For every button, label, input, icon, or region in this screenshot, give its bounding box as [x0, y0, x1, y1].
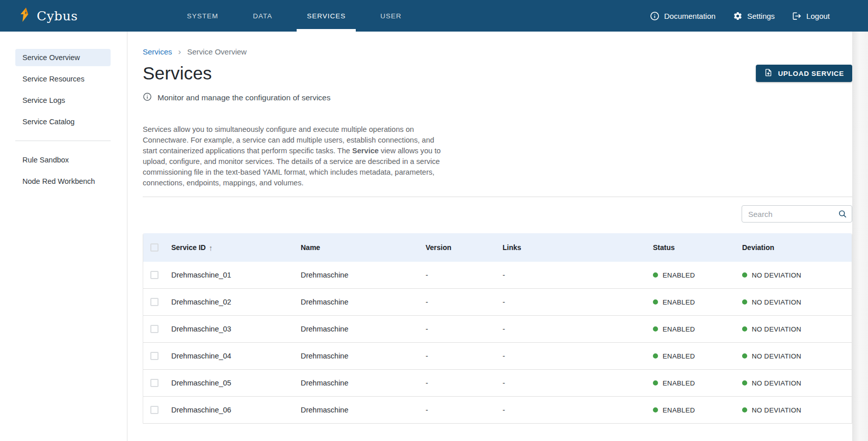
- cell-version: -: [418, 298, 495, 306]
- upload-service-label: UPLOAD SERVICE: [778, 70, 844, 77]
- search-box: [742, 205, 852, 223]
- table-row[interactable]: Drehmaschine_04 Drehmaschine - - ENABLED…: [143, 343, 852, 370]
- deviation-dot-icon: [742, 299, 747, 305]
- cell-status: ENABLED: [645, 379, 734, 387]
- cell-links: -: [495, 271, 645, 279]
- deviation-dot-icon: [742, 380, 747, 385]
- column-header-name[interactable]: Name: [293, 243, 418, 252]
- cell-service-id: Drehmaschine_01: [164, 271, 293, 279]
- cybus-brand[interactable]: Cybus: [19, 8, 78, 24]
- cell-links: -: [495, 352, 645, 360]
- cell-name: Drehmaschine: [293, 352, 418, 360]
- scroll-gutter: [852, 32, 868, 441]
- breadcrumb: Services › Service Overview: [143, 32, 852, 56]
- sidebar-item-node-red-workbench[interactable]: Node Red Workbench: [15, 173, 111, 190]
- cell-service-id: Drehmaschine_06: [164, 406, 293, 414]
- row-checkbox[interactable]: [150, 298, 159, 306]
- cell-name: Drehmaschine: [293, 325, 418, 333]
- services-table: Service ID ↑ Name Version Links Status D…: [143, 233, 852, 424]
- upload-file-icon: [764, 68, 773, 78]
- cell-deviation: NO DEVIATION: [734, 298, 852, 306]
- row-checkbox[interactable]: [150, 352, 159, 360]
- cell-status: ENABLED: [645, 352, 734, 360]
- status-dot-icon: [653, 407, 658, 412]
- tab-data[interactable]: DATA: [243, 0, 282, 32]
- cell-deviation: NO DEVIATION: [734, 352, 852, 360]
- column-header-links[interactable]: Links: [495, 243, 645, 252]
- cell-version: -: [418, 271, 495, 279]
- cell-service-id: Drehmaschine_04: [164, 352, 293, 360]
- deviation-dot-icon: [742, 272, 747, 278]
- search-row: [143, 205, 852, 223]
- logout-button[interactable]: Logout: [792, 11, 830, 21]
- cell-name: Drehmaschine: [293, 271, 418, 279]
- search-input[interactable]: [742, 205, 852, 223]
- info-icon: [143, 92, 152, 103]
- tab-services[interactable]: SERVICES: [297, 0, 356, 32]
- breadcrumb-services-link[interactable]: Services: [143, 47, 172, 56]
- brand-wordmark: Cybus: [37, 9, 78, 23]
- sidebar-item-service-logs[interactable]: Service Logs: [15, 92, 111, 109]
- cell-service-id: Drehmaschine_02: [164, 298, 293, 306]
- deviation-dot-icon: [742, 407, 747, 412]
- cell-version: -: [418, 379, 495, 387]
- subtitle-text: Monitor and manage the configuration of …: [157, 93, 330, 102]
- sidebar-divider: [15, 141, 111, 141]
- main-content: Services › Service Overview Services UPL…: [127, 32, 868, 441]
- navbar-actions: Documentation Settings Logout: [650, 11, 830, 21]
- logout-icon: [792, 11, 802, 21]
- cell-deviation: NO DEVIATION: [734, 271, 852, 279]
- cell-links: -: [495, 325, 645, 333]
- cell-deviation: NO DEVIATION: [734, 325, 852, 333]
- cell-deviation: NO DEVIATION: [734, 406, 852, 414]
- column-header-deviation[interactable]: Deviation: [734, 243, 852, 252]
- cell-status: ENABLED: [645, 406, 734, 414]
- primary-nav-tabs: SYSTEM DATA SERVICES USER: [170, 0, 419, 32]
- table-row[interactable]: Drehmaschine_05 Drehmaschine - - ENABLED…: [143, 370, 852, 397]
- cell-service-id: Drehmaschine_05: [164, 379, 293, 387]
- row-checkbox[interactable]: [150, 325, 159, 333]
- row-checkbox[interactable]: [150, 271, 159, 279]
- status-dot-icon: [653, 326, 658, 332]
- upload-service-button[interactable]: UPLOAD SERVICE: [756, 65, 852, 82]
- title-row: Services UPLOAD SERVICE: [143, 63, 852, 84]
- status-dot-icon: [653, 272, 658, 278]
- cell-links: -: [495, 406, 645, 414]
- breadcrumb-current: Service Overview: [187, 47, 247, 56]
- sidebar-item-service-overview[interactable]: Service Overview: [15, 49, 111, 66]
- search-icon[interactable]: [838, 209, 847, 220]
- status-dot-icon: [653, 380, 658, 385]
- cell-name: Drehmaschine: [293, 406, 418, 414]
- settings-label: Settings: [747, 12, 775, 20]
- cell-version: -: [418, 352, 495, 360]
- column-header-version[interactable]: Version: [418, 243, 495, 252]
- row-checkbox[interactable]: [150, 379, 159, 387]
- info-icon: [650, 11, 660, 21]
- column-header-status[interactable]: Status: [645, 243, 734, 252]
- sidebar-item-service-resources[interactable]: Service Resources: [15, 70, 111, 88]
- sidebar-item-rule-sandbox[interactable]: Rule Sandbox: [15, 151, 111, 169]
- table-row[interactable]: Drehmaschine_01 Drehmaschine - - ENABLED…: [143, 262, 852, 289]
- tab-user[interactable]: USER: [370, 0, 412, 32]
- page-title: Services: [143, 63, 212, 84]
- sidebar-item-service-catalog[interactable]: Service Catalog: [15, 113, 111, 130]
- tab-system[interactable]: SYSTEM: [177, 0, 229, 32]
- logout-label: Logout: [806, 12, 830, 20]
- cell-deviation: NO DEVIATION: [734, 379, 852, 387]
- page-subtitle: Monitor and manage the configuration of …: [143, 92, 852, 103]
- table-row[interactable]: Drehmaschine_06 Drehmaschine - - ENABLED…: [143, 397, 852, 424]
- row-checkbox[interactable]: [150, 406, 159, 414]
- select-all-checkbox[interactable]: [150, 243, 159, 252]
- table-row[interactable]: Drehmaschine_02 Drehmaschine - - ENABLED…: [143, 289, 852, 316]
- status-dot-icon: [653, 353, 658, 359]
- deviation-dot-icon: [742, 353, 747, 359]
- cybus-logo-icon: [19, 8, 32, 24]
- cell-version: -: [418, 325, 495, 333]
- column-header-service-id[interactable]: Service ID ↑: [164, 243, 293, 252]
- cell-service-id: Drehmaschine_03: [164, 325, 293, 333]
- table-row[interactable]: Drehmaschine_03 Drehmaschine - - ENABLED…: [143, 316, 852, 343]
- section-divider: [143, 197, 852, 197]
- settings-button[interactable]: Settings: [733, 11, 775, 21]
- gear-icon: [733, 11, 743, 21]
- documentation-button[interactable]: Documentation: [650, 11, 716, 21]
